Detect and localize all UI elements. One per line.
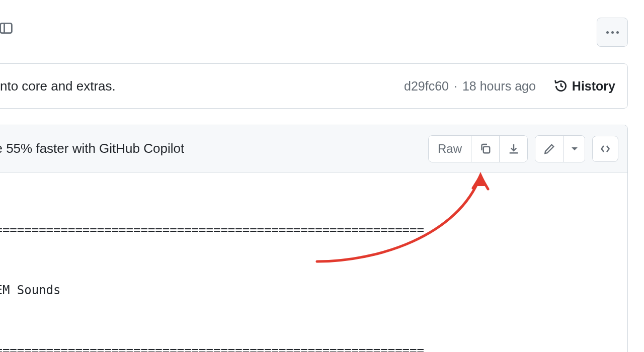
kebab-dot [611, 31, 614, 34]
kebab-dot [606, 31, 609, 34]
edit-file-button[interactable] [535, 136, 564, 162]
sidebar-toggle-icon[interactable] [0, 20, 14, 36]
caret-down-icon [569, 143, 581, 155]
raw-button[interactable]: Raw [429, 136, 471, 162]
code-line: EM Sounds [0, 280, 627, 300]
commit-time-ago: 18 hours ago [462, 79, 536, 94]
download-icon [508, 143, 520, 155]
symbols-icon [599, 143, 611, 155]
kebab-dot [616, 31, 619, 34]
edit-dropdown-button[interactable] [564, 136, 585, 162]
svg-rect-0 [1, 23, 12, 33]
file-header: de 55% faster with GitHub Copilot Raw [0, 125, 627, 172]
commit-separator: · [454, 79, 457, 94]
code-line: ========================================… [0, 340, 627, 352]
file-view-box: de 55% faster with GitHub Copilot Raw [0, 125, 628, 352]
copy-icon [479, 143, 492, 155]
symbols-panel-button[interactable] [592, 136, 618, 162]
copilot-promo-text[interactable]: de 55% faster with GitHub Copilot [0, 141, 184, 156]
file-actions: Raw [428, 135, 618, 162]
commit-sha[interactable]: d29fc60 [404, 79, 449, 94]
history-link[interactable]: History [554, 79, 615, 94]
more-actions-button[interactable] [597, 18, 628, 47]
latest-commit-bar: nto core and extras. d29fc60 · 18 hours … [0, 63, 628, 109]
file-content: ========================================… [0, 172, 627, 352]
download-raw-button[interactable] [499, 136, 527, 162]
raw-copy-download-group: Raw [428, 135, 528, 162]
code-line: ========================================… [0, 220, 627, 240]
history-label: History [572, 79, 615, 94]
copy-raw-button[interactable] [471, 136, 499, 162]
commit-message[interactable]: nto core and extras. [0, 78, 404, 94]
history-icon [554, 79, 568, 93]
pencil-icon [543, 143, 555, 155]
svg-rect-2 [483, 146, 489, 152]
edit-dropdown-group [535, 135, 585, 162]
